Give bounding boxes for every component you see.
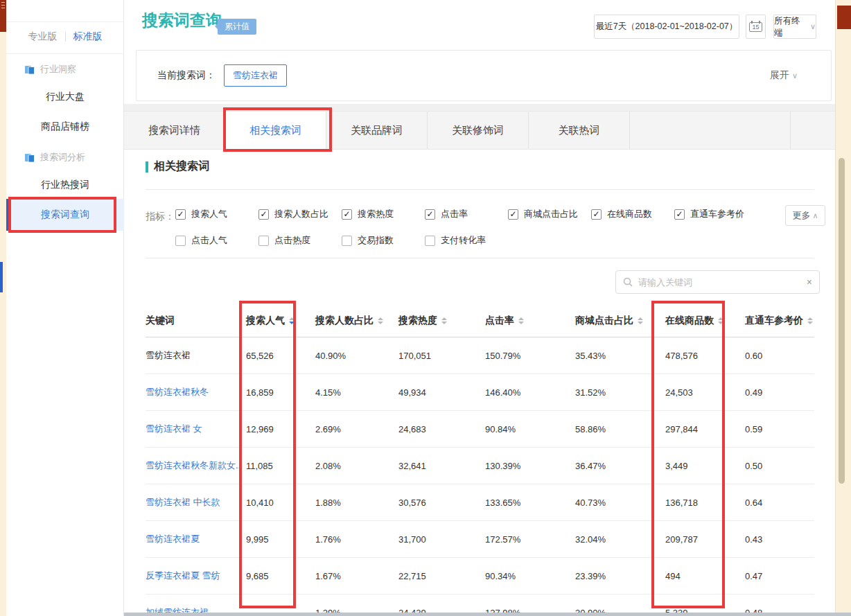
folder-icon xyxy=(25,65,35,74)
date-range-selector[interactable]: 最近7天（2018-02-01~2018-02-07） xyxy=(594,15,739,39)
sort-desc-icon xyxy=(289,322,295,324)
value-cell: 0.47 xyxy=(738,558,814,594)
calendar-button[interactable]: 15 xyxy=(746,15,766,39)
metric-item: 交易指数 xyxy=(342,234,425,247)
metrics-row-1: ✓搜索人气✓搜索人数占比✓搜索热度✓点击率✓商城点击占比✓在线商品数✓直通车参考… xyxy=(175,208,757,220)
version-tab-divider xyxy=(65,32,66,42)
value-cell: 146.40% xyxy=(478,374,568,410)
search-term-query-app: 专业版标准版 行业洞察行业大盘商品店铺榜搜索词分析行业热搜词搜索词查询 搜索词查… xyxy=(0,0,851,616)
value-cell: 1.76% xyxy=(308,521,392,557)
metric-checkbox[interactable]: ✓ xyxy=(425,209,435,220)
metric-checkbox[interactable] xyxy=(258,236,269,246)
value-cell: 30,576 xyxy=(392,484,478,520)
sort-desc-icon xyxy=(378,322,383,324)
keyword-cell[interactable]: 雪纺连衣裙秋冬 xyxy=(146,374,239,410)
close-icon[interactable]: × xyxy=(807,276,812,288)
value-cell: 0.49 xyxy=(738,374,814,410)
horizontal-scrollbar[interactable] xyxy=(124,613,851,616)
sidebar-item-3: 搜索词分析 xyxy=(6,147,124,168)
metric-label: 点击热度 xyxy=(274,234,310,247)
sidebar-item-1[interactable]: 行业大盘 xyxy=(6,87,124,107)
sort-icon xyxy=(718,317,723,324)
metric-item: 点击人气 xyxy=(175,234,258,247)
value-cell: 170,051 xyxy=(392,337,478,373)
active-indicator xyxy=(6,199,10,231)
sidebar-item-label: 行业热搜词 xyxy=(41,179,89,191)
value-cell: 16,859 xyxy=(239,374,308,410)
terminal-dropdown[interactable]: 所有终端 ∨ xyxy=(773,15,816,39)
value-cell: 10,410 xyxy=(239,484,308,520)
tabbar-divider xyxy=(790,112,791,149)
sort-desc-icon xyxy=(718,322,723,324)
page-header: 搜索词查询 累计值 最近7天（2018-02-01~2018-02-07） 15… xyxy=(124,0,835,104)
section-title: 相关搜索词 xyxy=(146,159,209,174)
tab-2[interactable]: 关联品牌词 xyxy=(326,112,428,149)
sidebar-item-4[interactable]: 行业热搜词 xyxy=(6,175,124,195)
column-label: 搜索人气 xyxy=(246,315,285,327)
metric-item: ✓商城点击占比 xyxy=(508,208,591,220)
keyword-cell[interactable]: 雪纺连衣裙 女 xyxy=(146,411,239,447)
tab-3[interactable]: 关联修饰词 xyxy=(428,112,529,149)
metric-checkbox[interactable] xyxy=(175,236,186,246)
current-keyword-chip[interactable]: 雪纺连衣裙 xyxy=(224,64,287,87)
value-cell: 478,576 xyxy=(658,337,738,373)
value-cell: 0.50 xyxy=(738,448,814,484)
table-row: 雪纺连衣裙秋冬新款女...11,0852.08%32,641130.39%36.… xyxy=(146,448,814,484)
metric-checkbox[interactable]: ✓ xyxy=(258,209,269,220)
value-cell: 49,934 xyxy=(392,374,478,410)
keyword-cell[interactable]: 雪纺连衣裙夏 xyxy=(146,521,239,557)
section-accent-bar xyxy=(146,161,148,173)
section-title-text: 相关搜索词 xyxy=(154,159,209,174)
tab-0[interactable]: 搜索词详情 xyxy=(124,112,225,149)
value-cell: 11,085 xyxy=(239,448,308,484)
left-edge-strip xyxy=(0,0,6,616)
version-tab-0[interactable]: 专业版 xyxy=(28,30,58,43)
keyword-cell[interactable]: 雪纺连衣裙秋冬新款女... xyxy=(146,448,239,484)
metric-checkbox[interactable] xyxy=(342,236,352,246)
column-header-5[interactable]: 商城点击占比 xyxy=(568,305,658,337)
metric-checkbox[interactable]: ✓ xyxy=(508,209,518,220)
metric-checkbox[interactable]: ✓ xyxy=(591,209,602,220)
keyword-cell[interactable]: 雪纺连衣裙 中长款 xyxy=(146,484,239,520)
metric-checkbox[interactable] xyxy=(425,236,435,246)
expand-button[interactable]: 展开 ∨ xyxy=(770,69,798,82)
value-cell: 12,969 xyxy=(239,411,308,447)
metric-checkbox[interactable]: ✓ xyxy=(175,209,186,220)
column-header-0: 关键词 xyxy=(146,305,239,337)
keyword-search-box: × xyxy=(615,270,820,294)
date-range-text: 最近7天（2018-02-01~2018-02-07） xyxy=(596,21,738,33)
tab-1[interactable]: 相关搜索词 xyxy=(225,112,326,149)
sort-desc-icon xyxy=(518,322,524,324)
value-cell: 1.88% xyxy=(308,484,392,520)
metric-label: 点击率 xyxy=(441,208,468,220)
search-icon xyxy=(623,277,633,287)
column-header-3[interactable]: 搜索热度 xyxy=(392,305,478,337)
vertical-scrollbar[interactable] xyxy=(839,158,845,484)
value-cell: 31,700 xyxy=(392,521,478,557)
sort-icon xyxy=(441,317,447,324)
sidebar-item-5[interactable]: 搜索词查询 xyxy=(6,199,124,231)
column-header-7[interactable]: 直通车参考价 xyxy=(738,305,814,337)
column-label: 搜索热度 xyxy=(398,315,437,327)
column-header-2[interactable]: 搜索人数占比 xyxy=(308,305,392,337)
right-edge-strip xyxy=(835,0,851,616)
metric-item: ✓搜索热度 xyxy=(342,208,425,220)
sidebar-item-2[interactable]: 商品店铺榜 xyxy=(6,116,124,137)
keyword-search-input[interactable] xyxy=(638,277,801,288)
column-header-1[interactable]: 搜索人气 xyxy=(239,305,308,337)
version-tab-1[interactable]: 标准版 xyxy=(73,30,103,43)
sidebar-item-label: 商品店铺榜 xyxy=(41,121,89,133)
metric-checkbox[interactable]: ✓ xyxy=(342,209,352,220)
metric-checkbox[interactable]: ✓ xyxy=(674,209,685,220)
metric-label: 在线商品数 xyxy=(607,208,652,220)
more-button[interactable]: 更多 ∧ xyxy=(785,205,825,226)
sort-asc-icon xyxy=(518,317,524,320)
keyword-cell[interactable]: 反季连衣裙夏 雪纺 xyxy=(146,558,239,594)
tab-4[interactable]: 关联热词 xyxy=(529,112,630,149)
metrics-row-2: 点击人气点击热度交易指数支付转化率 xyxy=(175,234,508,247)
column-header-4[interactable]: 点击率 xyxy=(478,305,568,337)
value-cell: 40.73% xyxy=(568,484,658,520)
column-header-6[interactable]: 在线商品数 xyxy=(658,305,738,337)
sort-icon xyxy=(289,317,295,324)
side-feedback-tab[interactable] xyxy=(0,262,3,292)
